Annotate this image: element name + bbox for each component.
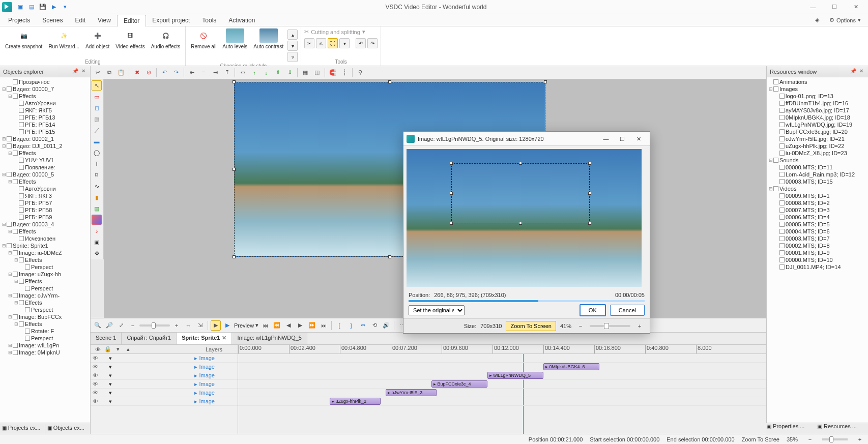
arrow-down2-icon[interactable]: ⇓ [284, 68, 295, 78]
tree-item[interactable]: 00003.MTS; ID=7 [767, 235, 868, 242]
zoom-to-screen-button[interactable]: Zoom To Screen [506, 321, 556, 331]
tree-item[interactable]: 0MIpknUBGK4.jpg; ID=18 [767, 114, 868, 121]
timeline-ruler[interactable]: 0:00.00000:02.40000:04.80000:07.20000:09… [238, 345, 766, 354]
crop-selection[interactable] [451, 163, 590, 223]
layer-row[interactable]: 👁▾▸ Image [91, 371, 238, 380]
mask-tool-icon[interactable]: ▣ [92, 237, 102, 247]
tool-more-button[interactable]: ▾ [339, 38, 350, 48]
tool-crop-button[interactable]: ⛶ [328, 38, 338, 48]
menu-tab-view[interactable]: View [92, 15, 117, 26]
zoom-slider[interactable] [590, 325, 630, 327]
tab-resources[interactable]: ▣ Resources ... [817, 423, 868, 434]
dialog-close-button[interactable]: ✕ [630, 133, 647, 144]
window-close-button[interactable]: ✕ [846, 1, 866, 13]
auto-levels-button[interactable]: Auto levels [220, 27, 249, 50]
distribute-icon[interactable]: ⇔ [238, 68, 248, 78]
anchor-icon[interactable]: ⚲ [355, 68, 365, 78]
ellipse-tool-icon[interactable]: ◯ [92, 147, 102, 158]
dialog-image-preview[interactable] [407, 149, 642, 287]
tree-item[interactable]: ЯКГ: ЯКГ3 [0, 192, 90, 199]
tree-item[interactable]: 00005.MTS; ID=5 [767, 221, 868, 228]
ok-button[interactable]: OK [580, 304, 606, 316]
tree-item[interactable]: ⊟Videos [767, 185, 868, 192]
mark-in-icon[interactable]: [ [334, 320, 344, 331]
tree-item[interactable]: Animations [767, 78, 868, 85]
tree-item[interactable]: wIL1gPnNWDQ.jpg; ID=19 [767, 121, 868, 128]
auto-contrast-button[interactable]: Auto contrast [251, 27, 285, 50]
goto-start-icon[interactable]: ⏮ [260, 320, 270, 331]
tree-item[interactable]: Perspect [0, 335, 90, 342]
window-maximize-button[interactable]: ☐ [824, 1, 845, 13]
fit-h-icon[interactable]: ↔ [183, 320, 193, 331]
undo-icon[interactable]: ↶ [159, 68, 169, 78]
tooltip-tool-icon[interactable]: ⌑ [92, 170, 102, 180]
magnet-icon[interactable]: 🧲 [328, 68, 338, 78]
tree-item[interactable]: Появление: [0, 164, 90, 171]
counter-tool-icon[interactable]: ▤ [92, 203, 102, 214]
guides-icon[interactable]: ┊ [339, 68, 350, 78]
tree-item[interactable]: Perspect [0, 306, 90, 313]
remove-icon[interactable]: ⊘ [143, 68, 154, 78]
copy-icon[interactable]: ⧉ [104, 68, 114, 78]
tree-item[interactable]: ⊟Effects [0, 320, 90, 328]
tree-item[interactable]: oJwYrm-I5lE.jpg; ID=21 [767, 135, 868, 142]
panel-close-icon[interactable]: ✕ [80, 68, 87, 75]
audio-tool-icon[interactable]: ♪ [92, 226, 102, 236]
video-effects-button[interactable]: 🎞Video effects [113, 27, 147, 50]
shadow-tool-icon[interactable]: ▧ [92, 114, 102, 124]
layer-row[interactable]: 👁▾▸ Image [91, 354, 238, 363]
tree-item[interactable]: ⊟Sounds [767, 157, 868, 164]
menu-tab-export-project[interactable]: Export project [146, 15, 196, 26]
layer-row[interactable]: 👁▾▸ Image [91, 380, 238, 389]
run-wizard-button[interactable]: ✨Run Wizard... [46, 27, 81, 50]
align-center-icon[interactable]: ≡ [198, 68, 209, 78]
show-grid-icon[interactable]: ▦ [300, 68, 310, 78]
mark-out-icon[interactable]: ] [346, 320, 356, 331]
menu-tab-projects[interactable]: Projects [2, 15, 36, 26]
tree-item[interactable]: ⊟Image: BupFCCx [0, 313, 90, 320]
tree-item[interactable]: ⊟Видео: 00000_7 [0, 85, 90, 93]
tree-item[interactable]: 00004.MTS; ID=6 [767, 228, 868, 235]
tree-item[interactable]: ⊟Effects [0, 228, 90, 235]
fill-tool-icon[interactable]: ▬ [92, 136, 102, 146]
panel-pin-icon[interactable]: 📌 [72, 68, 79, 75]
paste-icon[interactable]: 📋 [116, 68, 126, 78]
tree-item[interactable]: DJI_0011.MP4; ID=14 [767, 263, 868, 271]
tree-item[interactable]: ⊟Image: uZugx-hh [0, 271, 90, 278]
tree-item[interactable]: 00000.MTS; ID=10 [767, 256, 868, 263]
tab-close-icon[interactable]: ✕ [222, 335, 226, 341]
arrow-down-icon[interactable]: ↓ [261, 68, 271, 78]
tree-item[interactable]: 00002.MTS; ID=8 [767, 242, 868, 249]
tree-item[interactable]: Прозрачнос [0, 78, 90, 85]
qat-play-icon[interactable]: ▶ [50, 3, 58, 11]
redo-icon[interactable]: ↷ [171, 68, 181, 78]
line-tool-icon[interactable]: ／ [92, 125, 102, 135]
zoom-out-icon[interactable]: 🔎 [104, 320, 114, 331]
expand-header-icon[interactable]: ▾ [113, 345, 123, 354]
range-icon[interactable]: ⇔ [358, 320, 368, 331]
tool-rotate-right-button[interactable]: ↷ [367, 38, 378, 48]
tree-item[interactable]: РГБ: РГБ13 [0, 114, 90, 121]
pointer-tool-icon[interactable]: ↖ [92, 80, 102, 91]
zoom-minus-icon[interactable]: − [805, 434, 815, 445]
timeline-clip[interactable]: ▸ 0MIpknUBGK4_6 [543, 363, 599, 370]
dialog-maximize-button[interactable]: ☐ [614, 133, 630, 144]
qat-new-icon[interactable]: ▣ [16, 3, 24, 11]
tree-item[interactable]: ⊟Видео: 00003_4 [0, 221, 90, 228]
tree-item[interactable]: 00003.MTS; ID=15 [767, 178, 868, 185]
tree-item[interactable]: logo-01.png; ID=13 [767, 93, 868, 100]
tree-item[interactable]: ⊞Видео: 00002_1 [0, 135, 90, 142]
timeline-clip[interactable]: ▸ uZugx-hhPlk_2 [330, 398, 381, 405]
help-icon[interactable]: ◈ [810, 15, 824, 25]
chart-tool-icon[interactable]: ▮ [92, 192, 102, 202]
menu-tab-tools[interactable]: Tools [196, 15, 222, 26]
timeline-clip[interactable]: ▸ wIL1gPnNWDQ_5 [487, 372, 543, 379]
tree-item[interactable]: ЯКГ: ЯКГ5 [0, 107, 90, 114]
align-right-icon[interactable]: ⇥ [210, 68, 220, 78]
tree-item[interactable]: РГБ: РГБ7 [0, 199, 90, 206]
tree-item[interactable]: Perspect [0, 285, 90, 292]
zoom-minus-icon[interactable]: − [575, 321, 586, 331]
tree-item[interactable]: ⊟Effects [0, 299, 90, 306]
tree-item[interactable]: 00001.MTS; ID=9 [767, 249, 868, 256]
zoom-plus-icon[interactable]: + [634, 321, 645, 331]
